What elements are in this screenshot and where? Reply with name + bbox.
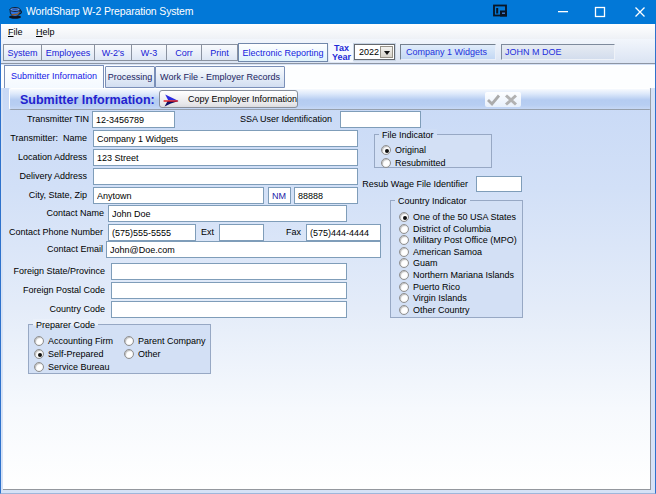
radio-label: Virgin Islands [413,292,467,304]
menu-help[interactable]: Help [33,26,58,39]
tab-work-file-employer-records[interactable]: Work File - Employer Records [155,66,285,88]
tax-year-label: Tax Year [329,43,354,62]
label-location-address: Location Address [3,152,87,163]
maximize-icon [583,0,617,24]
toolbar-button-w2s[interactable]: W-2's [94,44,132,61]
radio-label: Puerto Rico [413,281,460,293]
x-icon[interactable] [506,96,516,105]
label-city-state-zip: City, State, Zip [3,190,87,201]
input-country-code[interactable] [111,301,347,318]
user-display: JOHN M DOE [501,44,615,60]
radio-icon [399,293,409,303]
input-state[interactable] [268,187,291,204]
tax-year-select[interactable]: 2022 [354,44,395,60]
app-window: WorldSharp W-2 Preparation System File H… [0,0,656,494]
tab-processing[interactable]: Processing [105,66,155,88]
input-foreign-state-province[interactable] [111,263,347,280]
minimize-icon [546,0,580,24]
chevron-down-icon [384,51,390,55]
label-resub-wage-file-identifier: Resub Wage File Identifier [358,179,468,190]
label-foreign-postal-code: Foreign Postal Code [3,285,105,296]
radio-label: American Samoa [413,246,482,258]
label-ssa-user-identification: SSA User Identification [232,114,332,125]
radio-label: District of Columbia [413,223,491,235]
radio-icon [399,305,409,315]
menu-file[interactable]: File [5,26,26,39]
radio-icon [381,145,391,155]
label-fax: Fax [286,227,302,238]
app-icon [7,4,23,20]
group-label-preparer-code: Preparer Code [33,319,98,332]
input-contact-phone[interactable] [108,224,196,241]
input-foreign-postal-code[interactable] [111,282,347,299]
label-foreign-state-province: Foreign State/Province [3,266,105,277]
radio-label: Military Post Office (MPO) [413,234,517,246]
copy-employer-information-button[interactable]: Copy Employer Information [159,90,298,108]
label-transmitter-tin: Transmitter TIN [3,114,89,125]
minimize-button[interactable] [546,0,580,24]
label-delivery-address: Delivery Address [3,171,87,182]
toolbar-button-corr[interactable]: Corr [166,44,202,61]
group-preparer-code: Preparer Code Accounting Firm Self-Prepa… [28,324,211,374]
radio-icon [124,336,134,346]
radio-icon [124,349,134,359]
input-contact-email[interactable] [106,241,381,258]
group-label-file-indicator: File Indicator [379,129,437,142]
radio-label: Accounting Firm [48,335,113,347]
input-transmitter-name[interactable] [93,130,358,147]
radio-icon [399,282,409,292]
radio-icon [399,247,409,257]
radio-icon [34,362,44,372]
radio-label: Parent Company [138,335,206,347]
radio-icon [399,224,409,234]
input-city[interactable] [93,187,264,204]
input-delivery-address[interactable] [93,168,358,185]
input-location-address[interactable] [93,149,358,166]
toolbar-button-electronic-reporting[interactable]: Electronic Reporting [238,43,328,62]
tax-year-dropdown-button[interactable] [380,46,393,58]
input-fax[interactable] [306,224,381,241]
radio-label: Resubmitted [395,157,446,169]
group-file-indicator: File Indicator Original Resubmitted [374,134,492,168]
confirm-cancel-buttons [485,92,521,107]
radio-label: Service Bureau [48,361,110,373]
input-zip[interactable] [294,187,358,204]
toolbar-button-employees[interactable]: Employees [41,44,95,61]
tab-submitter-information[interactable]: Submitter Information [4,65,104,88]
input-transmitter-tin[interactable] [92,111,175,128]
maximize-button[interactable] [583,0,617,24]
input-resub-wage-file-identifier[interactable] [476,176,522,192]
tab-strip: Submitter Information Processing Work Fi… [1,65,655,88]
input-contact-name[interactable] [108,205,347,222]
tax-year-value: 2022 [359,47,379,57]
radio-icon [381,158,391,168]
group-country-indicator: Country Indicator One of the 50 USA Stat… [390,200,523,318]
notification-area-icon[interactable] [493,4,508,19]
radio-icon [399,258,409,268]
radio-icon [34,336,44,346]
confirm-cancel-icons [485,92,521,108]
menu-bar: File Help [1,24,655,39]
radio-icon [34,349,44,359]
section-title: Submitter Information: [20,93,155,107]
toolbar-button-system[interactable]: System [3,44,42,61]
input-ext[interactable] [219,224,264,241]
group-label-country-indicator: Country Indicator [395,195,470,208]
toolbar-button-print[interactable]: Print [201,44,238,61]
label-contact-name: Contact Name [3,208,104,219]
check-icon[interactable] [488,96,499,105]
label-ext: Ext [201,227,217,238]
input-ssa-user-identification[interactable] [340,111,421,128]
toolbar-button-w3[interactable]: W-3 [131,44,167,61]
label-contact-phone-number: Contact Phone Number [3,227,103,238]
window-title: WorldSharp W-2 Preparation System [26,5,193,17]
close-button[interactable] [623,0,656,24]
radio-label: Other Country [413,304,470,316]
radio-label: Original [395,144,426,156]
toolbar: System Employees W-2's W-3 Corr Print El… [1,39,655,64]
copy-button-label: Copy Employer Information [188,94,297,104]
copy-arrow-icon [163,94,181,107]
tab-page-submitter-information: Submitter Information: Copy Employer Inf… [3,88,651,490]
label-contact-email: Contact Email [3,244,103,255]
radio-label: Guam [413,257,438,269]
